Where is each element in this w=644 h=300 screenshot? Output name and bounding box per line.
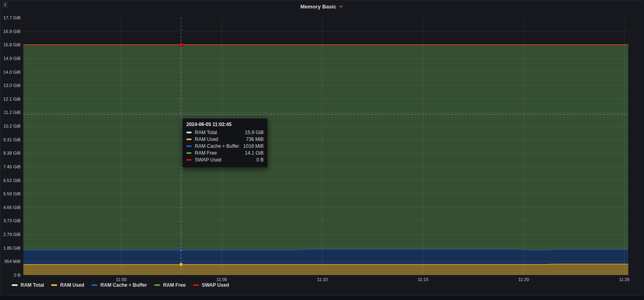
legend-label-ram-free: RAM Free [163,282,186,288]
y-axis-label: 12.1 GiB [0,97,21,102]
legend-swatch-ram-used [51,284,57,286]
legend-swatch-swap-used [193,284,199,286]
tooltip-row-swap-used: SWAP Used0 B [186,157,264,163]
y-axis-label: 2.79 GiB [0,232,21,237]
x-axis: 11:0011:0511:1011:1511:2011:25 [23,277,628,283]
legend-item-ram-free[interactable]: RAM Free [154,282,186,288]
legend-label-ram-total: RAM Total [21,282,44,288]
tooltip-swatch-ram-total [186,132,192,133]
y-axis-label: 13.0 GiB [0,83,21,88]
chart-canvas [23,18,628,275]
x-axis-label: 11:10 [310,277,335,282]
legend-item-ram-cache-buffer[interactable]: RAM Cache + Buffer [91,282,147,288]
y-axis-label: 17.7 GiB [0,15,21,21]
tooltip-label-ram-free: RAM Free [195,150,241,156]
legend-swatch-ram-total [12,284,18,286]
memory-basic-panel: i Memory Basic 0 B954 MiB1.86 GiB2.79 Gi… [0,0,643,296]
plot-area[interactable]: 2024-06-05 11:02:45 RAM Total15.9 GiBRAM… [23,18,628,275]
tooltip-row-ram-used: RAM Used736 MiB [186,137,264,142]
tooltip-label-ram-total: RAM Total [195,130,241,135]
tooltip-swatch-ram-free [186,152,192,154]
chart-tooltip: 2024-06-05 11:02:45 RAM Total15.9 GiBRAM… [182,118,268,168]
chart-legend: RAM TotalRAM UsedRAM Cache + BufferRAM F… [12,282,229,288]
y-axis-label: 1.86 GiB [0,246,21,251]
legend-item-swap-used[interactable]: SWAP Used [193,282,229,288]
legend-item-ram-used[interactable]: RAM Used [51,282,84,288]
x-axis-label: 11:20 [511,277,537,282]
tooltip-row-ram-cache-buffer: RAM Cache + Buffer1016 MiB [186,143,264,149]
tooltip-value-ram-used: 736 MiB [246,137,264,142]
legend-label-ram-cache-buffer: RAM Cache + Buffer [100,282,147,288]
y-axis-label: 7.45 GiB [0,164,21,170]
y-axis-label: 6.52 GiB [0,178,21,183]
tooltip-value-swap-used: 0 B [256,157,264,163]
legend-swatch-ram-cache-buffer [91,284,97,286]
y-axis-label: 15.8 GiB [0,42,21,48]
y-axis-label: 14.9 GiB [0,56,21,61]
y-axis-label: 5.59 GiB [0,191,21,197]
tooltip-swatch-swap-used [186,159,192,161]
tooltip-swatch-ram-cache-buffer [186,145,192,147]
y-axis-label: 14.0 GiB [0,70,21,75]
chevron-down-icon [339,5,343,8]
y-axis-label: 954 MiB [0,259,21,264]
y-axis-label: 0 B [0,273,21,278]
area-ram-cache-buffer [23,249,628,265]
y-axis: 0 B954 MiB1.86 GiB2.79 GiB3.73 GiB4.66 G… [0,18,21,275]
y-axis-label: 11.2 GiB [0,110,21,115]
tooltip-rows: RAM Total15.9 GiBRAM Used736 MiBRAM Cach… [186,130,264,163]
x-axis-label: 11:00 [108,277,134,282]
x-axis-label: 11:15 [410,277,436,282]
y-axis-label: 10.2 GiB [0,124,21,129]
tooltip-value-ram-total: 15.9 GiB [245,130,264,135]
tooltip-row-ram-total: RAM Total15.9 GiB [186,130,264,135]
tooltip-timestamp: 2024-06-05 11:02:45 [186,122,264,127]
tooltip-value-ram-cache-buffer: 1016 MiB [243,143,264,149]
legend-label-ram-used: RAM Used [60,282,84,288]
tooltip-label-ram-cache-buffer: RAM Cache + Buffer [195,143,239,149]
y-axis-label: 8.38 GiB [0,151,21,156]
x-axis-label: 11:05 [209,277,235,282]
marker-ram-used [180,263,183,267]
dashboard-page: i Memory Basic 0 B954 MiB1.86 GiB2.79 Gi… [0,0,644,300]
area-ram-free [23,45,628,250]
legend-swatch-ram-free [154,284,160,286]
y-axis-label: 16.8 GiB [0,29,21,34]
y-axis-label: 9.31 GiB [0,137,21,143]
marker-swap-used [179,43,183,47]
legend-label-swap-used: SWAP Used [202,282,229,288]
marker-ram-cache-buffer [180,248,183,252]
tooltip-swatch-ram-used [186,139,192,140]
tooltip-value-ram-free: 14.1 GiB [245,150,264,156]
y-axis-label: 3.73 GiB [0,218,21,223]
tooltip-label-swap-used: SWAP Used [195,157,252,163]
x-axis-label: 11:25 [611,277,637,282]
panel-header[interactable]: Memory Basic [0,0,643,12]
tooltip-label-ram-used: RAM Used [195,137,242,142]
panel-title: Memory Basic [300,4,336,10]
legend-item-ram-total[interactable]: RAM Total [12,282,44,288]
area-ram-used [23,264,628,275]
y-axis-label: 4.66 GiB [0,205,21,210]
tooltip-row-ram-free: RAM Free14.1 GiB [186,150,264,156]
